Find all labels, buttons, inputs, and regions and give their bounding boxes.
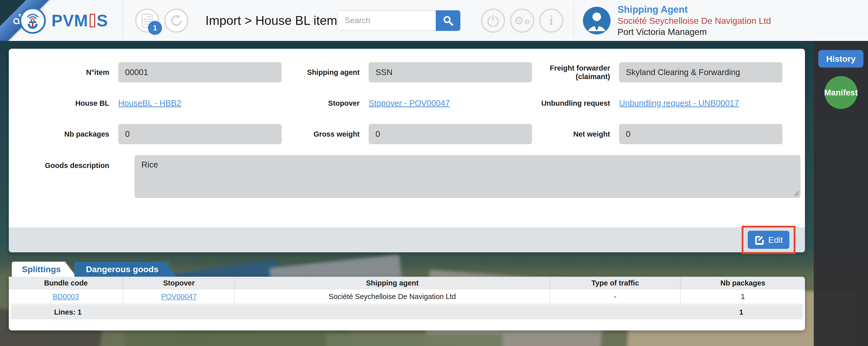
form-footer-bar: Edit: [9, 227, 805, 252]
search-button[interactable]: [436, 10, 460, 31]
side-panel: History Manifest: [814, 41, 868, 346]
user-organization: Port Victoria Managem: [618, 26, 771, 37]
search-bar: [337, 10, 460, 31]
freight-forwarder-label: Freight forwarder (claimant): [532, 64, 610, 81]
refresh-icon: [170, 14, 183, 27]
resize-handle-icon: [793, 190, 799, 196]
gears-icon: ⚙⚙: [514, 15, 530, 26]
manifest-status-badge[interactable]: Manifest: [825, 76, 858, 109]
col-header-stopover: Stopover: [123, 277, 235, 289]
col-header-type-of-traffic: Type of traffic: [550, 277, 681, 289]
edit-pencil-icon: [754, 235, 764, 245]
tab-bar: Splittings Dangerous goods: [9, 262, 805, 277]
brand-text-pvm: PVM: [52, 11, 88, 30]
pvmis-logo-icon[interactable]: [19, 7, 46, 34]
info-button[interactable]: i: [539, 8, 563, 33]
page-title: Import > House BL item: [206, 13, 337, 28]
row-stopover-link[interactable]: POV00047: [161, 292, 197, 301]
brand-text-s: S: [97, 11, 108, 30]
n-item-input: [118, 62, 282, 82]
stopover-link[interactable]: Stopover - POV00047: [369, 98, 450, 108]
shipping-agent-input: [369, 62, 532, 82]
edit-button[interactable]: Edit: [748, 231, 789, 249]
history-button[interactable]: History: [818, 50, 864, 67]
row-shipping-agent: Société Seychelloise De Navigation Ltd: [235, 289, 550, 304]
row-nb-packages: 1: [681, 289, 805, 304]
table-header-row: Bundle code Stopover Shipping agent Type…: [9, 277, 805, 289]
bundle-code-link[interactable]: BD0003: [53, 292, 79, 301]
annotation-highlight-box: Edit: [742, 226, 796, 254]
nb-packages-input: [118, 124, 282, 144]
notification-badge: 1: [148, 21, 162, 35]
logo-section: QA PVM S: [0, 0, 123, 41]
table-footer-row: Lines: 1 1: [11, 305, 803, 319]
user-block[interactable]: Shipping Agent Société Seychelloise De N…: [583, 4, 868, 37]
house-bl-item-form: N°item Shipping agent Freight forwarder …: [9, 49, 805, 252]
total-nb-packages: 1: [679, 305, 803, 319]
splittings-section: Splittings Dangerous goods Bundle code S…: [9, 262, 805, 331]
net-weight-label: Net weight: [532, 130, 610, 138]
user-company: Société Seychelloise De Navigation Ltd: [618, 15, 771, 26]
tab-splittings[interactable]: Splittings: [12, 262, 76, 277]
house-bl-link[interactable]: HouseBL - HBB2: [118, 98, 181, 108]
unbundling-request-link[interactable]: Unbundling request - UNB00017: [619, 98, 739, 108]
goods-description-label: Goods description: [31, 155, 109, 199]
brand-letter-i: [90, 14, 95, 27]
goods-description-textarea: Rice: [135, 155, 800, 198]
col-header-bundle-code: Bundle code: [9, 277, 123, 289]
gross-weight-label: Gross weight: [282, 130, 360, 138]
app-header: QA PVM S: [0, 0, 868, 41]
edit-button-label: Edit: [768, 235, 783, 245]
splittings-table: Bundle code Stopover Shipping agent Type…: [9, 277, 805, 331]
search-input[interactable]: [337, 10, 436, 31]
search-icon: [443, 15, 453, 26]
logout-button[interactable]: [481, 8, 505, 33]
net-weight-input: [619, 124, 782, 144]
brand-name: PVM S: [52, 11, 108, 30]
unbundling-request-label: Unbundling request: [532, 99, 610, 107]
settings-button[interactable]: ⚙⚙: [510, 8, 534, 33]
user-avatar-icon: [583, 7, 611, 34]
documents-button[interactable]: 1: [135, 8, 159, 33]
table-bottom-strip: [9, 319, 805, 331]
info-icon: i: [550, 13, 553, 28]
shipping-agent-label: Shipping agent: [282, 68, 360, 76]
tab-dangerous-goods-label: Dangerous goods: [86, 264, 158, 274]
gross-weight-input: [369, 124, 532, 144]
nb-packages-label: Nb packages: [31, 130, 109, 138]
freight-forwarder-input: [619, 62, 782, 82]
header-divider: [574, 3, 574, 38]
user-role: Shipping Agent: [618, 4, 771, 15]
row-type-of-traffic: -: [550, 289, 681, 304]
col-header-shipping-agent: Shipping agent: [235, 277, 550, 289]
table-row: BD0003 POV00047 Société Seychelloise De …: [9, 289, 805, 304]
col-header-nb-packages: Nb packages: [681, 277, 805, 289]
refresh-button[interactable]: [164, 8, 188, 33]
n-item-label: N°item: [31, 68, 109, 76]
tab-dangerous-goods[interactable]: Dangerous goods: [74, 262, 177, 277]
stopover-label: Stopover: [282, 99, 360, 107]
power-icon: [487, 14, 499, 27]
house-bl-label: House BL: [31, 99, 109, 107]
lines-count: Lines: 1: [11, 305, 125, 319]
tab-splittings-label: Splittings: [22, 264, 61, 274]
